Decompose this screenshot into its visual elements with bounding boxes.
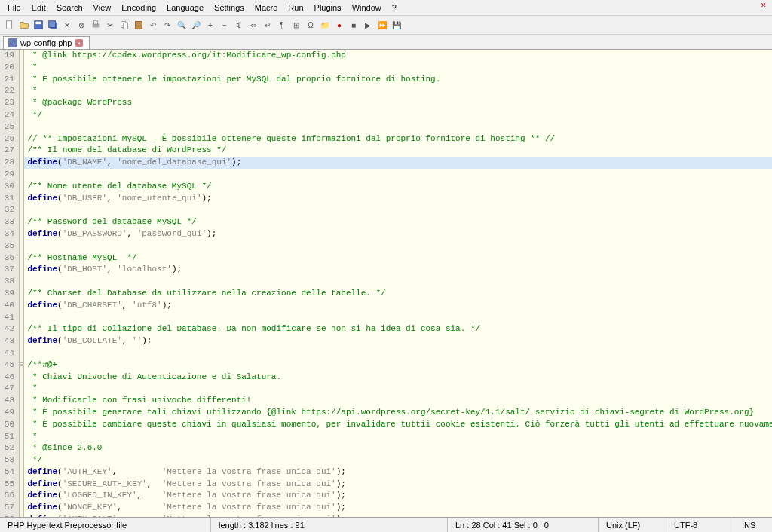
svg-rect-8 (123, 23, 127, 29)
svg-rect-9 (136, 22, 142, 29)
close-window-icon[interactable]: ✕ (757, 2, 770, 12)
status-length: length : 3.182 lines : 91 (211, 518, 448, 532)
undo-icon[interactable]: ↶ (146, 18, 160, 32)
statusbar: PHP Hypertext Preprocessor file length :… (0, 517, 772, 532)
status-eol: Unix (LF) (599, 518, 666, 532)
line-number-gutter: 1920212223242526272829303132333435363738… (0, 50, 20, 517)
macro-save-icon[interactable]: 💾 (390, 18, 403, 32)
menu-search[interactable]: Search (52, 2, 87, 14)
tab-wp-config[interactable]: wp-config.php × (3, 36, 90, 49)
toolbar: ✕ ⊗ ✂ ↶ ↷ 🔍 🔎 + − ⇕ ⇔ ↵ ¶ ⊞ Ω 📁 ● ■ ▶ ⏩ … (0, 16, 772, 35)
close-all-icon[interactable]: ⊗ (75, 18, 88, 32)
menu-run[interactable]: Run (283, 2, 308, 14)
menu-window[interactable]: Window (348, 2, 386, 14)
open-file-icon[interactable] (17, 18, 31, 32)
cut-icon[interactable]: ✂ (103, 18, 117, 32)
menu-edit[interactable]: Edit (27, 2, 51, 14)
new-file-icon[interactable] (3, 18, 17, 32)
svg-rect-6 (93, 21, 97, 24)
menubar: FileEditSearchViewEncodingLanguageSettin… (0, 0, 772, 16)
macro-record-icon[interactable]: ● (332, 18, 346, 32)
print-icon[interactable] (89, 18, 103, 32)
status-filetype: PHP Hypertext Preprocessor file (0, 518, 211, 532)
menu-view[interactable]: View (89, 2, 116, 14)
menu-macro[interactable]: Macro (250, 2, 283, 14)
sync-v-icon[interactable]: ⇕ (232, 18, 246, 32)
show-all-chars-icon[interactable]: ¶ (275, 18, 289, 32)
macro-play-icon[interactable]: ▶ (361, 18, 375, 32)
menu-file[interactable]: File (3, 2, 26, 14)
svg-rect-2 (36, 22, 41, 25)
code-content[interactable]: * @link https://codex.wordpress.org/it:M… (24, 50, 772, 517)
menu-language[interactable]: Language (162, 2, 208, 14)
status-position: Ln : 28 Col : 41 Sel : 0 | 0 (448, 518, 599, 532)
udl-icon[interactable]: Ω (304, 18, 317, 32)
tab-label: wp-config.php (20, 38, 72, 47)
window-controls: ✕ (757, 2, 770, 12)
wordwrap-icon[interactable]: ↵ (261, 18, 274, 32)
svg-rect-4 (49, 21, 56, 28)
php-file-icon (8, 38, 17, 47)
zoom-out-icon[interactable]: − (218, 18, 231, 32)
status-insert-mode: INS (734, 518, 772, 532)
svg-rect-0 (7, 21, 12, 29)
macro-multiplay-icon[interactable]: ⏩ (375, 18, 389, 32)
redo-icon[interactable]: ↷ (161, 18, 174, 32)
zoom-in-icon[interactable]: + (204, 18, 217, 32)
menu-encoding[interactable]: Encoding (117, 2, 161, 14)
editor-area[interactable]: 1920212223242526272829303132333435363738… (0, 50, 772, 517)
menu-settings[interactable]: Settings (210, 2, 249, 14)
paste-icon[interactable] (132, 18, 146, 32)
tabbar: wp-config.php × (0, 35, 772, 50)
status-encoding: UTF-8 (666, 518, 734, 532)
tab-close-icon[interactable]: × (75, 39, 83, 47)
replace-icon[interactable]: 🔎 (189, 18, 203, 32)
indent-guide-icon[interactable]: ⊞ (290, 18, 303, 32)
sync-h-icon[interactable]: ⇔ (247, 18, 260, 32)
macro-stop-icon[interactable]: ■ (347, 18, 360, 32)
copy-icon[interactable] (118, 18, 131, 32)
close-file-icon[interactable]: ✕ (60, 18, 74, 32)
menu-plugins[interactable]: Plugins (310, 2, 346, 14)
save-all-icon[interactable] (46, 18, 60, 32)
save-icon[interactable] (32, 18, 45, 32)
find-icon[interactable]: 🔍 (175, 18, 188, 32)
menu-help[interactable]: ? (388, 2, 401, 14)
folder-icon[interactable]: 📁 (318, 18, 332, 32)
